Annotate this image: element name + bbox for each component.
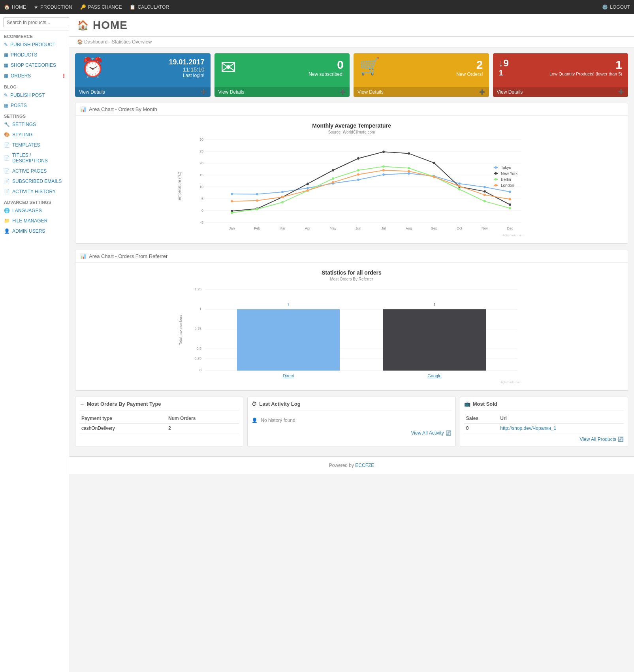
document-icon: 📄 — [4, 155, 10, 161]
nav-calculator[interactable]: 📋 CALCULATOR — [130, 4, 169, 10]
svg-point-39 — [408, 172, 410, 175]
stat-card-login-footer[interactable]: View Details ➕ — [75, 87, 211, 97]
svg-point-76 — [433, 176, 435, 178]
search-input[interactable] — [3, 17, 70, 27]
cart-icon: 🛒 — [359, 58, 380, 75]
footer-text: Powered by — [329, 463, 354, 468]
svg-text:Highcharts.com: Highcharts.com — [499, 380, 521, 384]
orders-badge: ! — [63, 73, 65, 79]
svg-point-50 — [382, 151, 385, 153]
subscribed-value: 0 — [239, 58, 344, 72]
svg-text:Statistics for all orders: Statistics for all orders — [322, 269, 382, 276]
stat-card-orders-footer[interactable]: View Details ➕ — [354, 87, 489, 97]
sidebar-item-label: PRODUCTS — [11, 52, 37, 58]
payment-type-header: Payment type — [79, 414, 166, 424]
svg-point-70 — [281, 196, 284, 198]
view-all-products-label: View All Products — [580, 437, 617, 442]
svg-point-52 — [433, 162, 435, 164]
clock-icon: ⏱ — [252, 401, 257, 407]
sidebar-item-orders[interactable]: ▦ ORDERS ! — [0, 70, 69, 81]
stat-card-low-qty-footer[interactable]: View Details ➕ — [493, 87, 628, 97]
nav-pass-change[interactable]: 🔑 PASS CHANGE — [80, 4, 122, 10]
sidebar-item-languages[interactable]: 🌐 LANGUAGES — [0, 205, 69, 216]
nav-logout[interactable]: ⚙️ LOGOUT — [602, 4, 630, 10]
chart1-body: Monthly Average Temperature Source: Worl… — [75, 116, 628, 243]
nav-home[interactable]: 🏠 HOME — [4, 4, 26, 10]
svg-point-84 — [495, 172, 497, 175]
bottom-panels: → Most Orders By Payment Type Payment ty… — [75, 397, 628, 446]
sidebar-item-label: SETTINGS — [12, 122, 36, 127]
sidebar-item-shop-categories[interactable]: ▦ SHOP CATEGORIES — [0, 60, 69, 70]
svg-point-57 — [256, 208, 258, 210]
svg-text:Most Orders By Referrer: Most Orders By Referrer — [330, 277, 374, 281]
house-icon: 🏠 — [77, 20, 89, 31]
login-date: 19.01.2017 — [108, 58, 205, 66]
mail-icon: ✉ — [220, 58, 236, 77]
svg-text:Jul: Jul — [381, 226, 386, 230]
view-all-products-link[interactable]: View All Products 🔄 — [464, 433, 624, 442]
svg-text:Tokyo: Tokyo — [501, 166, 512, 170]
nav-calculator-label: CALCULATOR — [137, 4, 169, 10]
chart2-body: Statistics for all orders Most Orders By… — [75, 263, 628, 390]
svg-point-87 — [495, 178, 497, 181]
url-cell: http://shop.dev/Чорапки_1 — [498, 424, 624, 433]
star-icon: ★ — [34, 4, 38, 10]
sidebar-item-subscribed-emails[interactable]: 📄 SUBSCRIBED EMAILS — [0, 176, 69, 186]
sidebar-item-titles-descriptions[interactable]: 📄 TITLES / DESCRIPTIONS — [0, 150, 69, 166]
chart1-header: 📊 Area Chart - Orders By Month — [75, 103, 628, 116]
svg-point-37 — [357, 179, 359, 181]
sidebar-item-publish-product[interactable]: ✎ PUBLISH PRODUCT — [0, 40, 69, 50]
svg-point-67 — [509, 207, 511, 209]
sidebar-item-label: SUBSCRIBED EMAILS — [12, 179, 62, 184]
bar-chart-svg: Statistics for all orders Most Orders By… — [79, 267, 624, 385]
view-all-activity-link[interactable]: View AIl Activity 🔄 — [252, 427, 451, 436]
svg-point-49 — [357, 157, 359, 160]
user-circle-icon: 👤 — [252, 418, 258, 423]
page-icon: 📄 — [4, 168, 10, 174]
breadcrumb: 🏠 Dashboard - Statistics Overview — [69, 37, 634, 47]
sidebar-item-label: SHOP CATEGORIES — [11, 62, 56, 68]
sidebar-item-styling[interactable]: 🎨 STYLING — [0, 130, 69, 140]
sidebar-item-file-manager[interactable]: 📁 FILE MANAGER — [0, 216, 69, 226]
sidebar-item-publish-post[interactable]: ✎ PUBLISH POST — [0, 90, 69, 100]
svg-point-65 — [458, 188, 461, 190]
arrow-circle-icon: ➕ — [618, 89, 624, 95]
nav-home-label: HOME — [12, 4, 26, 10]
low-qty-value: 1 — [512, 58, 622, 72]
svg-text:Highcharts.com: Highcharts.com — [501, 233, 523, 237]
sidebar-item-admin-users[interactable]: 👤 ADMIN USERS — [0, 226, 69, 236]
svg-point-61 — [357, 169, 359, 171]
svg-text:10: 10 — [199, 185, 203, 189]
nav-production[interactable]: ★ PRODUCTION — [34, 4, 72, 10]
sidebar-item-active-pages[interactable]: 📄 ACTIVE PAGES — [0, 166, 69, 176]
svg-text:0: 0 — [201, 209, 203, 213]
view-all-activity-label: View AIl Activity — [411, 430, 444, 436]
svg-text:London: London — [501, 183, 514, 188]
orders-value: 2 — [383, 58, 483, 72]
stat-card-low-qty: ↓9 1 1 Low Quantity Products! (lower tha… — [493, 53, 628, 97]
payment-panel-title: → Most Orders By Payment Type — [79, 401, 239, 410]
main-content: 🏠 HOME 🏠 Dashboard - Statistics Overview… — [69, 14, 634, 672]
arrow-circle-icon: ➕ — [201, 89, 207, 95]
svg-point-51 — [408, 152, 410, 154]
svg-text:Feb: Feb — [254, 226, 260, 230]
payment-type-cell: cashOnDelivery — [79, 424, 166, 433]
sidebar-item-posts[interactable]: ▦ POSTS — [0, 100, 69, 111]
edit-icon: ✎ — [4, 92, 8, 98]
svg-text:Berlin: Berlin — [501, 177, 511, 182]
sidebar-item-templates[interactable]: 📄 TEMPLATES — [0, 140, 69, 150]
stat-card-subscribed-footer[interactable]: View Details ➕ — [214, 87, 350, 97]
sidebar-item-activity-history[interactable]: 📄 ACTIVITY HISTORY — [0, 186, 69, 197]
svg-point-34 — [281, 191, 284, 193]
footer: Powered by ECCFZE — [69, 456, 634, 474]
sidebar-item-label: ACTIVE PAGES — [12, 168, 47, 174]
sidebar-item-settings[interactable]: 🔧 SETTINGS — [0, 119, 69, 130]
svg-text:Total max numbers: Total max numbers — [179, 314, 182, 345]
sidebar-item-products[interactable]: ▦ PRODUCTS — [0, 50, 69, 60]
footer-link[interactable]: ECCFZE — [355, 463, 374, 468]
sidebar-section-ecommerce: ECOMMERCE — [0, 31, 69, 40]
wrench-icon: 🔧 — [4, 122, 10, 127]
home-icon: 🏠 — [4, 4, 10, 10]
svg-point-54 — [483, 190, 486, 193]
sidebar-item-label: PUBLISH PRODUCT — [10, 42, 55, 47]
